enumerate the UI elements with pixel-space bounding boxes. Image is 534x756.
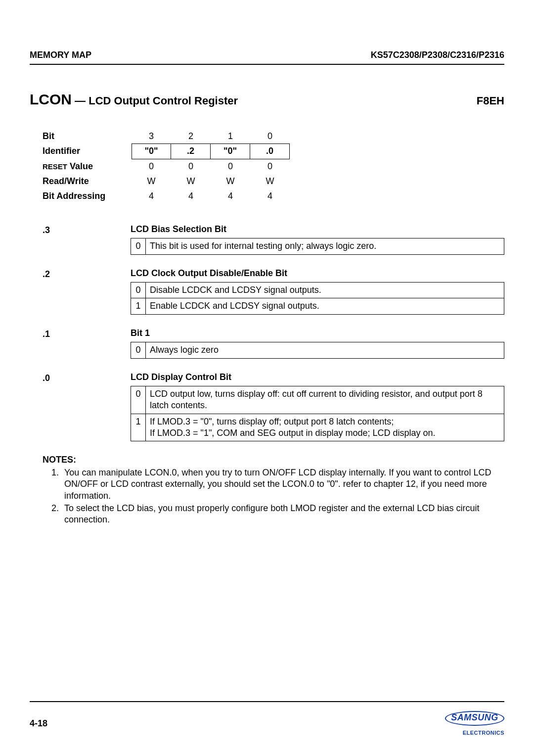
bit-value-cell: 1 (131, 298, 146, 314)
bit-text-cell: Enable LCDCK and LCDSY signal outputs. (146, 298, 504, 314)
bit-table: Bit 3 2 1 0 Identifier "0" .2 "0" .0 RES… (43, 129, 504, 203)
note-item: You can manipulate LCON.0, when you try … (61, 467, 499, 502)
addr-cell: 4 (211, 190, 250, 202)
bit-cell: 0 (250, 131, 290, 142)
bit-tag: .0 (43, 372, 131, 442)
table-row: 0LCD output low, turns display off: cut … (131, 386, 504, 414)
bit-text-cell: LCD output low, turns display off: cut o… (146, 386, 504, 414)
identifier-cell: "0" (132, 143, 171, 159)
addr-cell: 4 (171, 190, 211, 202)
bit-cell: 1 (211, 131, 250, 142)
identifier-row-label: Identifier (43, 145, 132, 157)
logo-subtext: ELECTRONICS (445, 729, 504, 736)
bit-text-cell: Always logic zero (146, 342, 504, 358)
samsung-logo: SAMSUNG ELECTRONICS (445, 711, 504, 736)
note-item: To select the LCD bias, you must properl… (61, 503, 499, 526)
register-title: LCON — LCD Output Control Register (30, 90, 238, 109)
rw-cell: W (171, 176, 211, 187)
bit-description-block: .1Bit 10Always logic zero (43, 328, 504, 359)
bit-tag: .3 (43, 224, 131, 255)
identifier-cell: .2 (171, 143, 211, 159)
bit-value-cell: 0 (131, 386, 146, 414)
bit-cell: 3 (132, 131, 171, 142)
bit-text-cell: Disable LCDCK and LCDSY signal outputs. (146, 282, 504, 298)
reset-cell: 0 (132, 161, 171, 172)
bit-description-title: LCD Display Control Bit (131, 372, 504, 383)
rw-cell: W (132, 176, 171, 187)
header-right: KS57C2308/P2308/C2316/P2316 (371, 49, 504, 61)
notes-list: You can manipulate LCON.0, when you try … (43, 467, 499, 526)
bit-description-table: 0This bit is used for internal testing o… (131, 238, 504, 254)
table-row: 0This bit is used for internal testing o… (131, 238, 504, 254)
bit-description-body: LCD Bias Selection Bit0This bit is used … (131, 224, 504, 255)
bit-value-cell: 0 (131, 238, 146, 254)
addr-row-label: Bit Addressing (43, 190, 132, 202)
reset-cell: 0 (171, 161, 211, 172)
logo-oval-icon: SAMSUNG (445, 711, 504, 726)
table-row: 1Enable LCDCK and LCDSY signal outputs. (131, 298, 504, 314)
page-footer: 4-18 SAMSUNG ELECTRONICS (30, 701, 504, 736)
identifier-cell: "0" (211, 143, 250, 159)
register-title-row: LCON — LCD Output Control Register F8EH (30, 90, 504, 109)
reset-cell: 0 (250, 161, 290, 172)
register-name: LCON (30, 91, 72, 107)
page-number: 4-18 (30, 711, 47, 729)
addr-cell: 4 (250, 190, 290, 202)
bit-text-cell: This bit is used for internal testing on… (146, 238, 504, 254)
bit-description-table: 0Always logic zero (131, 342, 504, 358)
document-page: MEMORY MAP KS57C2308/P2308/C2316/P2316 L… (0, 0, 534, 756)
header-left: MEMORY MAP (30, 49, 91, 61)
bit-value-cell: 0 (131, 342, 146, 358)
bit-description-body: Bit 10Always logic zero (131, 328, 504, 359)
bit-description-table: 0LCD output low, turns display off: cut … (131, 386, 504, 442)
register-address: F8EH (477, 94, 504, 108)
bit-value-cell: 1 (131, 414, 146, 441)
bit-text-cell: If LMOD.3 = "0", turns display off; outp… (146, 414, 504, 441)
bit-description-body: LCD Clock Output Disable/Enable Bit0Disa… (131, 268, 504, 315)
addr-cell: 4 (132, 190, 171, 202)
reset-row-label: RESET Value (43, 161, 132, 172)
rw-cell: W (211, 176, 250, 187)
bit-cell: 2 (171, 131, 211, 142)
bit-description-table: 0Disable LCDCK and LCDSY signal outputs.… (131, 282, 504, 315)
rw-row-label: Read/Write (43, 176, 132, 187)
reset-cell: 0 (211, 161, 250, 172)
bit-value-cell: 0 (131, 282, 146, 298)
bit-tag: .2 (43, 268, 131, 315)
table-row: 1If LMOD.3 = "0", turns display off; out… (131, 414, 504, 441)
bit-description-block: .0LCD Display Control Bit0LCD output low… (43, 372, 504, 442)
notes-block: NOTES: You can manipulate LCON.0, when y… (43, 454, 499, 525)
bit-description-body: LCD Display Control Bit0LCD output low, … (131, 372, 504, 442)
bit-description-block: .2LCD Clock Output Disable/Enable Bit0Di… (43, 268, 504, 315)
table-row: 0Always logic zero (131, 342, 504, 358)
bit-description-title: LCD Bias Selection Bit (131, 224, 504, 235)
notes-heading: NOTES: (43, 454, 499, 466)
bit-tag: .1 (43, 328, 131, 359)
bit-description-block: .3LCD Bias Selection Bit0This bit is use… (43, 224, 504, 255)
rw-cell: W (250, 176, 290, 187)
bit-description-title: LCD Clock Output Disable/Enable Bit (131, 268, 504, 279)
bit-row-label: Bit (43, 131, 132, 142)
table-row: 0Disable LCDCK and LCDSY signal outputs. (131, 282, 504, 298)
page-header: MEMORY MAP KS57C2308/P2308/C2316/P2316 (30, 49, 504, 65)
bit-description-title: Bit 1 (131, 328, 504, 339)
register-desc: — LCD Output Control Register (72, 94, 238, 107)
identifier-cell: .0 (250, 143, 290, 159)
